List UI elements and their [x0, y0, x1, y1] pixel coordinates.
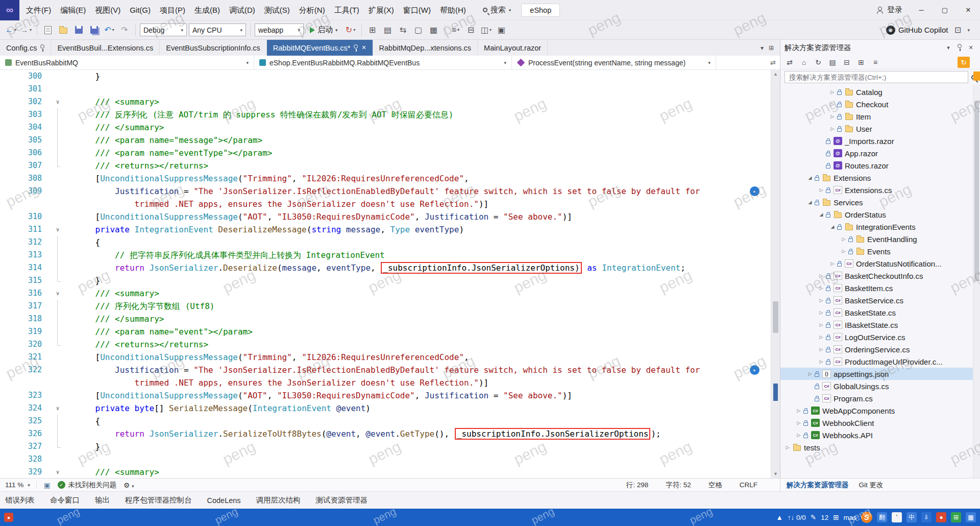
menu-item[interactable]: 工具(T): [330, 0, 364, 20]
menu-item[interactable]: 窗口(W): [399, 0, 435, 20]
code-line[interactable]: 311∨ private IntegrationEvent Deserializ…: [0, 223, 780, 236]
tree-item[interactable]: ▷C#WebAppComponents: [780, 404, 980, 417]
chevron-right-icon[interactable]: ▷: [840, 249, 848, 254]
grid-icon[interactable]: ⊞: [833, 513, 839, 521]
code-line[interactable]: 317 /// 序列化为字节数组 (Utf8): [0, 300, 780, 313]
code-line[interactable]: 310 [UnconditionalSuppressMessage("AOT",…: [0, 210, 780, 223]
chevron-down-icon[interactable]: ◢: [828, 224, 837, 229]
code-line[interactable]: trimmed .NET apps, ensures the JsonSeria…: [0, 376, 780, 389]
code-line[interactable]: 316∨ /// <summary>: [0, 287, 780, 300]
menu-item[interactable]: 视图(V): [90, 0, 125, 20]
tree-item[interactable]: ◢OrderStatus: [780, 208, 980, 221]
chevron-right-icon[interactable]: ▷: [795, 420, 803, 425]
solution-toolbar-icon[interactable]: ⊞: [855, 57, 867, 68]
tree-item[interactable]: ▷C#BasketService.cs: [780, 294, 980, 306]
menu-item[interactable]: 扩展(X): [364, 0, 399, 20]
chevron-right-icon[interactable]: ▷: [828, 114, 837, 119]
scroll-down-icon[interactable]: ▼: [773, 470, 778, 478]
tree-item[interactable]: ▷{}appsettings.json: [780, 368, 980, 380]
chevron-right-icon[interactable]: ▷: [840, 236, 848, 242]
panel-tab[interactable]: 错误列表: [5, 495, 35, 505]
tree-item[interactable]: ▷C#OrderingService.cs: [780, 343, 980, 355]
close-button[interactable]: ✕: [957, 0, 980, 20]
tab-git-changes[interactable]: Git 更改: [859, 481, 884, 490]
redo-icon[interactable]: ↷: [118, 23, 131, 37]
chevron-right-icon[interactable]: ▷: [806, 371, 814, 376]
status-column[interactable]: 字符: 52: [666, 481, 691, 490]
code-line[interactable]: 319 /// <param name="event"></param>: [0, 325, 780, 338]
status-eol[interactable]: CRLF: [740, 481, 757, 489]
code-line[interactable]: trimmed .NET apps, ensures the JsonSeria…: [0, 198, 780, 210]
code-line[interactable]: 328: [0, 453, 780, 466]
chevron-down-icon[interactable]: ▾: [967, 28, 970, 33]
fold-chevron-icon[interactable]: ∨: [49, 223, 66, 236]
code-line[interactable]: 322 Justification = "The 'JsonSerializer…: [0, 364, 780, 376]
undo-icon[interactable]: ↶▾: [103, 23, 116, 37]
tree-item[interactable]: ▷Item: [780, 110, 980, 123]
translate-icon[interactable]: 翻: [877, 512, 887, 522]
menu-item[interactable]: 测试(S): [260, 0, 295, 20]
panel-tab[interactable]: 测试资源管理器: [316, 495, 368, 505]
tree-item[interactable]: ▷C#LogOutService.cs: [780, 331, 980, 343]
fold-chevron-icon[interactable]: ∨: [49, 95, 66, 108]
code-line[interactable]: 309 Justification = "The 'JsonSerializer…: [0, 185, 780, 198]
titlebar-search[interactable]: 搜索 ▾: [478, 4, 517, 16]
window-options-icon[interactable]: ⊞: [769, 44, 774, 52]
chevron-right-icon[interactable]: ▷: [817, 334, 825, 340]
close-icon[interactable]: ✕: [966, 44, 976, 51]
toolbar-icon[interactable]: ≡▾: [449, 23, 462, 37]
panel-tab[interactable]: CodeLens: [207, 496, 241, 505]
new-file-icon[interactable]: [41, 23, 55, 37]
tree-item[interactable]: ▷C#Webhooks.API: [780, 429, 980, 441]
code-line[interactable]: 305 /// <param name="message"></param>: [0, 134, 780, 147]
chevron-right-icon[interactable]: ▷: [817, 285, 825, 291]
editor-tab[interactable]: RabbitMQEventBus.cs*✕: [267, 40, 373, 56]
chevron-right-icon[interactable]: ▷: [817, 359, 825, 364]
solution-toolbar-icon[interactable]: ▤: [826, 57, 839, 68]
code-line[interactable]: 308 [UnconditionalSuppressMessage("Trimm…: [0, 172, 780, 185]
editor-scrollbar[interactable]: ▲ ▼: [771, 70, 780, 478]
scrollbar-thumb[interactable]: [974, 101, 979, 281]
chevron-right-icon[interactable]: ▷: [817, 322, 825, 327]
chevron-down-icon[interactable]: ◢: [806, 200, 814, 205]
tray-chevron-icon[interactable]: ▲: [776, 514, 782, 521]
feedback-icon[interactable]: ▣: [44, 481, 51, 489]
solution-toolbar-icon[interactable]: ⇄: [783, 57, 796, 68]
sign-in-button[interactable]: 登录: [869, 5, 910, 15]
scrollbar-track[interactable]: [771, 78, 780, 470]
ime-punctuation-icon[interactable]: ': [892, 512, 902, 522]
fold-chevron-icon[interactable]: ∨: [49, 402, 66, 415]
tree-item[interactable]: ▷Events: [780, 245, 980, 257]
toolbar-icon[interactable]: ⊟: [464, 23, 478, 37]
chevron-right-icon[interactable]: ▷: [828, 89, 837, 94]
copilot-suggestion-icon[interactable]: ▸: [750, 365, 760, 375]
scroll-up-icon[interactable]: ▲: [773, 70, 778, 78]
toolbar-icon[interactable]: ▢: [412, 23, 425, 37]
tree-item[interactable]: @App.razor: [780, 147, 980, 159]
tree-item[interactable]: ▷User: [780, 123, 980, 135]
download-icon[interactable]: ⇩: [921, 512, 932, 522]
menu-item[interactable]: 文件(F): [21, 0, 56, 20]
code-line[interactable]: 323 [UnconditionalSuppressMessage("AOT",…: [0, 389, 780, 402]
tree-item[interactable]: ▷Catalog: [780, 86, 980, 98]
menu-item[interactable]: 生成(B): [190, 0, 225, 20]
tree-item[interactable]: ▷C#ProductImageUrlProvider.c...: [780, 355, 980, 368]
pen-icon[interactable]: ✎: [811, 513, 816, 521]
panel-tab[interactable]: 输出: [95, 495, 110, 505]
tree-item[interactable]: ▷EventHandling: [780, 233, 980, 245]
chevron-down-icon[interactable]: ◢: [817, 212, 825, 217]
code-line[interactable]: 300 }: [0, 70, 780, 83]
sync-highlighted-icon[interactable]: ↻: [958, 57, 970, 68]
code-line[interactable]: 327 }: [0, 440, 780, 453]
toolbar-icon[interactable]: ▣: [495, 23, 508, 37]
tree-item[interactable]: C#Program.cs: [780, 392, 980, 404]
chevron-right-icon[interactable]: ▷: [795, 408, 803, 413]
editor-tab[interactable]: EventBusSubscriptionInfo.cs: [160, 40, 267, 56]
zoom-control[interactable]: 111 % ▾: [5, 481, 37, 489]
code-line[interactable]: 329∨ /// <summary>: [0, 466, 780, 478]
code-line[interactable]: 324∨ private byte[] SerializeMessage(Int…: [0, 402, 780, 415]
code-line[interactable]: 302∨ /// <summary>: [0, 95, 780, 108]
code-editor[interactable]: 300 }301302∨ /// <summary>303 /// 反序列化 (…: [0, 70, 780, 478]
save-icon[interactable]: [72, 23, 85, 37]
breadcrumb-member[interactable]: ProcessEvent(string eventName, string me…: [512, 56, 716, 69]
